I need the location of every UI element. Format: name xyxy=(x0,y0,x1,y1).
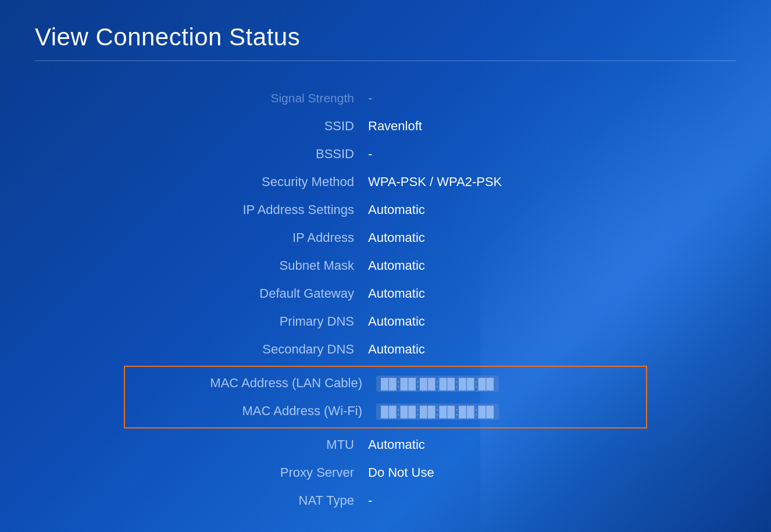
table-row: Default GatewayAutomatic xyxy=(124,280,647,308)
row-value: Automatic xyxy=(368,314,647,329)
page-title: View Connection Status xyxy=(35,23,736,51)
table-row: BSSID- xyxy=(124,140,647,168)
row-value: Automatic xyxy=(368,258,647,273)
row-label: IP Address xyxy=(124,230,368,245)
row-value: Automatic xyxy=(368,286,647,301)
row-value: - xyxy=(368,91,647,106)
row-value: Automatic xyxy=(368,342,647,357)
row-value: Automatic xyxy=(368,230,647,245)
row-label: SSID xyxy=(124,119,368,134)
row-label: IP Address Settings xyxy=(124,202,368,217)
row-label: BSSID xyxy=(124,147,368,162)
row-label: Primary DNS xyxy=(124,314,368,329)
row-label: Signal Strength xyxy=(124,91,368,105)
table-row: Subnet MaskAutomatic xyxy=(124,252,647,280)
table-row: Proxy ServerDo Not Use xyxy=(124,459,647,487)
table-row: IP Address SettingsAutomatic xyxy=(124,196,647,224)
row-value: ██:██:██:██:██:██ xyxy=(376,404,639,419)
table-row: SSIDRavenloft xyxy=(124,112,647,140)
table-row: Security MethodWPA-PSK / WPA2-PSK xyxy=(124,168,647,196)
row-label: Subnet Mask xyxy=(124,258,368,273)
table-row: NAT Type- xyxy=(124,487,647,515)
table-row: MAC Address (Wi-Fi)██:██:██:██:██:██ xyxy=(132,397,639,425)
row-label: Proxy Server xyxy=(124,465,368,480)
table-row: MTUAutomatic xyxy=(124,431,647,459)
content-area: Signal Strength-SSIDRavenloftBSSID-Secur… xyxy=(35,84,736,515)
row-label: NAT Type xyxy=(124,493,368,508)
row-value: - xyxy=(368,493,647,508)
row-label: MAC Address (Wi-Fi) xyxy=(132,404,376,419)
row-value: Do Not Use xyxy=(368,465,647,480)
table-row: Signal Strength- xyxy=(124,84,647,112)
row-value: Automatic xyxy=(368,202,647,217)
table-row: Secondary DNSAutomatic xyxy=(124,335,647,363)
row-value: Automatic xyxy=(368,437,647,452)
row-value: WPA-PSK / WPA2-PSK xyxy=(368,174,647,190)
table-row: MAC Address (LAN Cable)██:██:██:██:██:██ xyxy=(132,369,639,397)
page-container: View Connection Status Signal Strength-S… xyxy=(0,0,771,532)
table-row: IP AddressAutomatic xyxy=(124,224,647,252)
title-divider xyxy=(35,60,736,61)
row-label: Default Gateway xyxy=(124,286,368,301)
row-label: MTU xyxy=(124,437,368,452)
row-label: MAC Address (LAN Cable) xyxy=(132,376,376,391)
row-label: Secondary DNS xyxy=(124,342,368,357)
mac-address-highlight-box: MAC Address (LAN Cable)██:██:██:██:██:██… xyxy=(124,366,647,429)
row-value: Ravenloft xyxy=(368,119,647,134)
row-value: - xyxy=(368,147,647,162)
info-table: Signal Strength-SSIDRavenloftBSSID-Secur… xyxy=(124,84,647,515)
row-label: Security Method xyxy=(124,174,368,190)
row-value: ██:██:██:██:██:██ xyxy=(376,376,639,391)
table-row: Primary DNSAutomatic xyxy=(124,308,647,335)
